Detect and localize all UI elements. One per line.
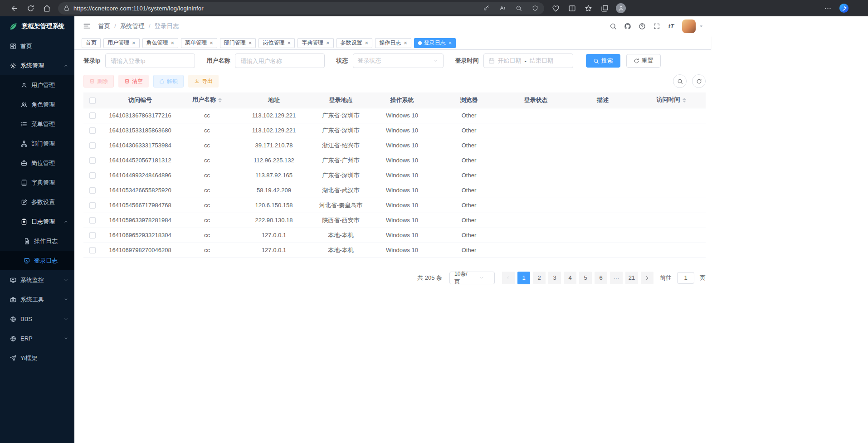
sidebar-item-yi-framework[interactable]: Yi框架 <box>0 348 74 368</box>
delete-button[interactable]: 删除 <box>83 75 114 88</box>
security-button[interactable] <box>529 3 541 13</box>
user-avatar[interactable] <box>682 19 696 33</box>
row-checkbox[interactable] <box>89 142 96 149</box>
next-page-button[interactable] <box>641 272 653 284</box>
tab-role-management[interactable]: 角色管理× <box>142 38 179 48</box>
prev-page-button[interactable] <box>502 272 515 284</box>
table-row[interactable]: 1641053426655825920cc58.19.42.209湖北省-武汉市… <box>83 183 706 198</box>
browser-back-button[interactable] <box>6 1 22 15</box>
sidebar-item-home[interactable]: 首页 <box>0 36 74 56</box>
unlock-button[interactable]: 解锁 <box>153 75 184 88</box>
page-button-6[interactable]: 6 <box>595 272 607 284</box>
breadcrumb-home[interactable]: 首页 <box>98 22 110 30</box>
copilot-button[interactable] <box>836 1 852 15</box>
breadcrumb-system-management[interactable]: 系统管理 <box>120 22 145 30</box>
search-button[interactable]: 搜索 <box>586 54 620 68</box>
help-button[interactable] <box>636 20 649 33</box>
status-select[interactable]: 登录状态 <box>353 54 444 68</box>
tab-user-management[interactable]: 用户管理× <box>103 38 140 48</box>
browser-home-button[interactable] <box>39 1 54 15</box>
column-header-8[interactable]: 访问时间 <box>637 92 706 108</box>
fullscreen-button[interactable] <box>650 20 663 33</box>
sidebar-item-operation-log[interactable]: 操作日志 <box>0 231 74 251</box>
header-search-button[interactable] <box>607 20 619 33</box>
row-checkbox[interactable] <box>89 232 96 239</box>
tab-login-log[interactable]: 登录日志× <box>414 38 456 48</box>
password-key-button[interactable] <box>480 3 493 13</box>
row-checkbox[interactable] <box>89 217 96 224</box>
tab-param-settings[interactable]: 参数设置× <box>336 38 373 48</box>
close-icon[interactable]: × <box>287 40 291 46</box>
page-button-1[interactable]: 1 <box>517 272 530 284</box>
caret-down-icon[interactable] <box>698 24 704 29</box>
column-header-1[interactable]: 用户名称 <box>179 92 235 108</box>
refresh-table-button[interactable] <box>692 74 706 88</box>
sidebar-item-log-management[interactable]: 日志管理 <box>0 212 74 231</box>
page-button-2[interactable]: 2 <box>533 272 546 284</box>
tab-menu-management[interactable]: 菜单管理× <box>181 38 217 48</box>
sidebar-item-dict-management[interactable]: 字典管理 <box>0 173 74 192</box>
sidebar-item-menu-management[interactable]: 菜单管理 <box>0 114 74 134</box>
sidebar-item-dept-management[interactable]: 部门管理 <box>0 134 74 153</box>
font-size-button[interactable]: tT <box>665 20 678 33</box>
sidebar-item-role-management[interactable]: 角色管理 <box>0 95 74 114</box>
tab-dept-management[interactable]: 部门管理× <box>220 38 256 48</box>
login-ip-input[interactable] <box>105 54 195 68</box>
table-row[interactable]: 1641054566717984768cc120.6.150.158河北省-秦皇… <box>83 198 706 213</box>
goto-page-input[interactable] <box>677 272 694 284</box>
sidebar-toggle-button[interactable] <box>80 19 93 33</box>
read-aloud-button[interactable] <box>496 3 509 13</box>
sort-icon[interactable] <box>683 96 686 104</box>
table-row[interactable]: 1641069652933218304cc127.0.0.1本地-本机Windo… <box>83 228 706 243</box>
page-button-4[interactable]: 4 <box>564 272 576 284</box>
row-checkbox[interactable] <box>89 127 96 134</box>
row-checkbox[interactable] <box>89 112 96 119</box>
sidebar-item-bbs[interactable]: BBS <box>0 309 74 329</box>
close-icon[interactable]: × <box>132 40 136 46</box>
sidebar-item-user-management[interactable]: 用户管理 <box>0 75 74 95</box>
close-icon[interactable]: × <box>210 40 213 46</box>
tab-operation-log[interactable]: 操作日志× <box>375 38 411 48</box>
table-row[interactable]: 1641031533185863680cc113.102.129.221广东省-… <box>83 123 706 138</box>
pages-ellipsis-button[interactable]: ··· <box>610 272 623 284</box>
tab-home[interactable]: 首页 <box>82 38 101 48</box>
split-screen-button[interactable] <box>564 1 580 15</box>
sidebar-item-login-log[interactable]: 登录日志 <box>0 251 74 270</box>
row-checkbox[interactable] <box>89 247 96 253</box>
sort-icon[interactable] <box>218 96 222 104</box>
sidebar-item-system-management[interactable]: 系统管理 <box>0 56 74 75</box>
row-checkbox[interactable] <box>89 172 96 179</box>
table-row[interactable]: 1641043063331753984cc39.171.210.78浙江省-绍兴… <box>83 138 706 153</box>
close-icon[interactable]: × <box>365 40 369 46</box>
clear-button[interactable]: 清空 <box>118 75 149 88</box>
sidebar-item-param-settings[interactable]: 参数设置 <box>0 192 74 212</box>
address-bar[interactable]: https://ccnetcore.com:1101/system/log/lo… <box>58 2 544 15</box>
collections-button[interactable] <box>597 1 612 15</box>
reset-button[interactable]: 重置 <box>626 54 661 68</box>
sidebar-item-erp[interactable]: ERP <box>0 329 74 348</box>
select-all-checkbox[interactable] <box>89 97 96 104</box>
browser-essentials-button[interactable] <box>548 1 563 15</box>
table-row[interactable]: 1641069798270046208cc127.0.0.1本地-本机Windo… <box>83 243 706 258</box>
login-time-range-picker[interactable]: 开始日期 - 结束日期 <box>483 54 573 68</box>
zoom-button[interactable] <box>512 3 525 13</box>
table-row[interactable]: 1641059633978281984cc222.90.130.18陕西省-西安… <box>83 213 706 228</box>
page-button-3[interactable]: 3 <box>548 272 561 284</box>
close-icon[interactable]: × <box>326 40 330 46</box>
browser-profile-button[interactable] <box>613 1 629 15</box>
page-button-5[interactable]: 5 <box>579 272 592 284</box>
sidebar-item-system-monitor[interactable]: 系统监控 <box>0 270 74 290</box>
table-row[interactable]: 1641044520567181312cc112.96.225.132广东省-广… <box>83 153 706 168</box>
row-checkbox[interactable] <box>89 202 96 209</box>
row-checkbox[interactable] <box>89 187 96 194</box>
close-icon[interactable]: × <box>171 40 175 46</box>
github-link-button[interactable] <box>621 20 634 33</box>
sidebar-item-post-management[interactable]: 岗位管理 <box>0 153 74 173</box>
close-icon[interactable]: × <box>449 40 452 46</box>
user-name-input[interactable] <box>235 54 325 68</box>
toggle-search-button[interactable] <box>673 74 687 88</box>
export-button[interactable]: 导出 <box>188 75 219 88</box>
table-row[interactable]: 1641031367863177216cc113.102.129.221广东省-… <box>83 108 706 123</box>
browser-menu-button[interactable] <box>820 1 835 15</box>
close-icon[interactable]: × <box>249 40 252 46</box>
